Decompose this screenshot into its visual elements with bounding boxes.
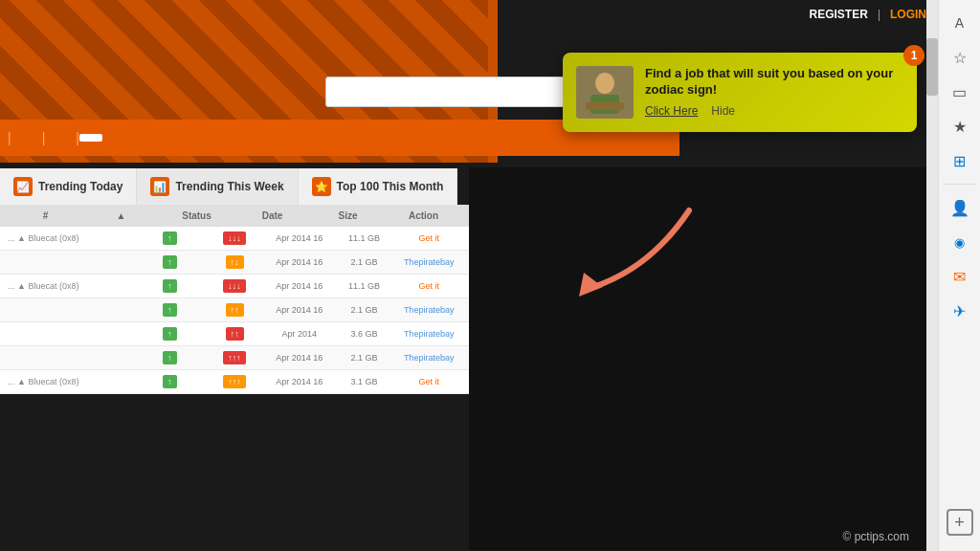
row-size: 2.1 GB: [332, 305, 397, 315]
tab-trending-today-label: Trending Today: [38, 180, 122, 193]
table-area: # ▲ Status Date Size Action ... ▲ Blueca…: [0, 205, 469, 394]
row-size: 11.1 GB: [332, 281, 397, 291]
col-date: Date: [234, 210, 310, 221]
top100-icon: ⭐: [312, 177, 331, 196]
col-rank: #: [8, 210, 83, 221]
row-action[interactable]: Thepiratebay: [396, 353, 461, 363]
row-action[interactable]: Thepiratebay: [396, 257, 461, 267]
row-change: ↑↑: [202, 303, 267, 317]
trending-today-icon: 📈: [13, 177, 33, 196]
sidebar-font-icon[interactable]: A: [945, 8, 975, 38]
table-row: ... ▲ Bluecat (0x8) ↑ ↑↑↑ Apr 2014 16 3.…: [0, 370, 469, 394]
scrollbar-thumb[interactable]: [926, 38, 938, 96]
svg-marker-0: [579, 273, 603, 297]
row-date: Apr 2014 16: [267, 257, 332, 267]
row-name: ... ▲ Bluecat (0x8): [8, 377, 137, 386]
row-change: ↑↑↑: [202, 375, 267, 388]
sidebar-favorite-icon[interactable]: ☆: [945, 42, 975, 73]
row-date: Apr 2014 16: [267, 377, 332, 386]
scrollbar[interactable]: [926, 0, 938, 551]
tab-trending-today[interactable]: 📈 Trending Today: [0, 168, 137, 205]
row-size: 2.1 GB: [332, 353, 397, 363]
col-status: Status: [159, 210, 234, 221]
sidebar-extensions-icon[interactable]: ⊞: [945, 145, 975, 176]
table-row: ↑ ↑↑↑ Apr 2014 16 2.1 GB Thepiratebay: [0, 346, 469, 370]
row-size: 11.1 GB: [332, 233, 397, 243]
notification-title: Find a job that will suit you based on y…: [645, 66, 903, 99]
nav-sep-2: |: [42, 130, 46, 145]
sidebar-divider-1: [943, 184, 975, 185]
register-link[interactable]: REGISTER: [810, 8, 868, 21]
row-size: 3.6 GB: [332, 329, 397, 339]
table-header: # ▲ Status Date Size Action: [0, 205, 469, 227]
tab-top100-label: Top 100 This Month: [337, 180, 444, 193]
row-rank: ↑: [137, 255, 202, 269]
tab-top100[interactable]: ⭐ Top 100 This Month: [299, 168, 458, 205]
col-action: Action: [386, 210, 461, 221]
row-change: ↑↑↑: [202, 351, 267, 364]
row-rank: ↑: [137, 375, 202, 388]
nav-btn[interactable]: [79, 134, 102, 142]
table-row: ↑ ↑↓ Apr 2014 16 2.1 GB Thepiratebay: [0, 251, 469, 275]
row-change: ↓↓↓: [202, 231, 267, 245]
sidebar-outlook-icon[interactable]: ✉: [945, 261, 975, 292]
row-size: 3.1 GB: [332, 377, 397, 386]
row-rank: ↑: [137, 303, 202, 317]
row-action[interactable]: Thepiratebay: [396, 305, 461, 315]
table-row: ↑ ↑↑ Apr 2014 16 2.1 GB Thepiratebay: [0, 298, 469, 322]
table-row: ... ▲ Bluecat (0x8) ↑ ↓↓↓ Apr 2014 16 11…: [0, 275, 469, 298]
row-rank: ↑: [137, 351, 202, 364]
nav-divider: |: [878, 8, 880, 21]
svg-point-2: [595, 73, 614, 94]
row-action[interactable]: Thepiratebay: [396, 329, 461, 339]
row-action[interactable]: Get it: [396, 377, 461, 386]
notification-click-link[interactable]: Click Here: [645, 104, 698, 118]
nav-sep-1: |: [8, 130, 11, 145]
row-change: ↑↓: [202, 255, 267, 269]
sidebar-add-button[interactable]: +: [947, 509, 973, 536]
notification-badge: 1: [903, 45, 924, 66]
tab-trending-week-label: Trending This Week: [175, 180, 283, 193]
row-date: Apr 2014 16: [267, 233, 332, 243]
svg-rect-4: [586, 102, 624, 110]
row-size: 2.1 GB: [332, 257, 397, 267]
sidebar-collections-icon[interactable]: ★: [945, 111, 975, 142]
sidebar-profile-icon[interactable]: 👤: [945, 192, 975, 223]
row-change: ↓↓↓: [202, 279, 267, 293]
trending-tabs: 📈 Trending Today 📊 Trending This Week ⭐ …: [0, 168, 457, 205]
sidebar-read-icon[interactable]: ▭: [945, 77, 975, 107]
sidebar-teams-icon[interactable]: ✈: [945, 296, 975, 326]
row-name: ... ▲ Bluecat (0x8): [8, 281, 137, 291]
arrow-decoration: [536, 191, 727, 306]
nav-sep-3: |: [76, 130, 79, 145]
table-row: ↑ ↑↑ Apr 2014 3.6 GB Thepiratebay: [0, 322, 469, 346]
main-content: REGISTER | LOGIN | | | 📈 Trending Today …: [0, 0, 938, 551]
tab-trending-week[interactable]: 📊 Trending This Week: [137, 168, 298, 205]
row-date: Apr 2014 16: [267, 281, 332, 291]
row-change: ↑↑: [202, 327, 267, 341]
notification-content: Find a job that will suit you based on y…: [645, 66, 903, 118]
row-date: Apr 2014: [267, 329, 332, 339]
row-date: Apr 2014 16: [267, 305, 332, 315]
row-name: ... ▲ Bluecat (0x8): [8, 233, 137, 243]
table-row: ... ▲ Bluecat (0x8) ↑ ↓↓↓ Apr 2014 16 11…: [0, 227, 469, 251]
row-rank: ↑: [137, 327, 202, 341]
browser-sidebar: A ☆ ▭ ★ ⊞ 👤 ◉ ✉ ✈ +: [938, 0, 980, 551]
notification-image: [576, 66, 634, 119]
watermark: © pctips.com: [842, 530, 909, 543]
login-link[interactable]: LOGIN: [890, 8, 926, 21]
top-nav: REGISTER | LOGIN: [798, 0, 938, 29]
trending-week-icon: 📊: [150, 177, 169, 196]
col-change: ▲: [83, 210, 159, 221]
row-rank: ↑: [137, 279, 202, 293]
sidebar-browser-icon[interactable]: ◉: [945, 227, 975, 257]
notification-popup: 1 Find a job that will suit you based on…: [563, 53, 917, 132]
notification-hide-button[interactable]: Hide: [711, 104, 735, 118]
row-action[interactable]: Get it: [396, 233, 461, 243]
col-size: Size: [310, 210, 386, 221]
row-action[interactable]: Get it: [396, 281, 461, 291]
row-date: Apr 2014 16: [267, 353, 332, 363]
row-rank: ↑: [137, 231, 202, 245]
